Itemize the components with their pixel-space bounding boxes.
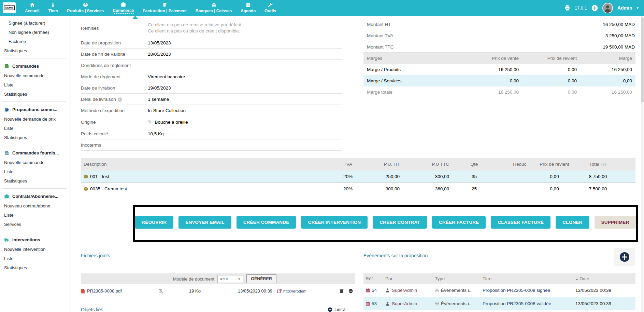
generate-button[interactable]: GÉNÉRER [246,274,276,283]
sidebar-item-signee[interactable]: Signée (à facturer) [0,18,70,28]
nav-item-produits-services[interactable]: Produits | Services [62,0,108,16]
product-lines-table: Description TVA P.U. HT P.U TTC Qté Rédu… [81,158,635,195]
sidebar-item[interactable]: Nouvelle demande de prix [0,114,70,124]
create-contract-button[interactable]: CRÉER CONTRAT [373,216,427,229]
event-title-link[interactable]: Proposition PR2305-0008 signée [483,288,550,293]
edit-pencil-icon[interactable]: ✎ [148,119,152,125]
divider [2,58,66,58]
avatar[interactable] [602,3,613,13]
sidebar-item-facturee[interactable]: Facturée [0,37,70,46]
event-ref-link[interactable]: 53 [372,301,377,306]
field-label: Mode de règlement [81,74,120,79]
gear-icon [435,288,439,293]
app-logo[interactable]: DEMO [3,2,16,13]
print-icon[interactable] [564,5,570,11]
sidebar-section-propositions[interactable]: Propositions comm... [0,105,70,114]
total-value: 3 250,00 MAD [605,33,635,38]
nav-item-banques[interactable]: Banques | Caisses [191,0,236,16]
event-ref-link[interactable]: 54 [372,288,377,293]
sidebar-item[interactable]: Statistiques [0,176,70,186]
marge-label: Marge totale [363,86,445,98]
doc-model-select[interactable]: azur ▼ [217,275,243,283]
events-header-date[interactable]: ▲Date [573,273,621,284]
detail-row-methode-expedition: Méthode d'expédition In-Store Collection [81,105,342,116]
add-event-button[interactable] [614,248,635,266]
events-header-ref[interactable]: Réf. [363,273,383,284]
sidebar-item[interactable]: Liste [0,167,70,176]
preview-zoom-icon[interactable] [158,289,163,294]
events-header-titre[interactable]: Titre [481,273,573,284]
sidebar-item[interactable]: Statistiques [0,90,70,99]
event-type: Événements i... [441,301,473,306]
total-ttc-row: Montant TTC 19 500,00 MAD [363,41,635,53]
marge-value: 0,00 [522,64,580,75]
event-title-link[interactable]: Proposition PR2305-0008 validée [483,301,551,306]
detail-row-fin-validite: Date de fin de validité 28/05/2023 [81,49,342,60]
delete-button[interactable]: SUPPRIMER [595,216,636,229]
nav-item-agenda[interactable]: Agenda [236,0,260,16]
sidebar-item[interactable]: Nouvelle intervention [0,245,70,254]
sidebar-item[interactable]: Services [0,220,70,229]
files-section-title[interactable]: Fichiers joints [81,253,355,258]
nav-item-tiers[interactable]: Tiers [44,0,62,16]
file-name-link[interactable]: PR2305-0008.pdf [87,288,122,294]
marge-value: 0,00 [522,86,580,98]
create-invoice-button[interactable]: CRÉER FACTURE [432,216,486,229]
nav-label: Banques | Caisses [196,9,232,13]
lines-header-puht: P.U. HT [362,158,409,171]
create-intervention-button[interactable]: CRÉER INTERVENTION [301,216,368,229]
vertical-scrollbar[interactable] [641,16,644,312]
create-order-button[interactable]: CRÉER COMMANDE [237,216,296,229]
events-section-title[interactable]: Événements sur la proposition [363,253,635,258]
sidebar-item[interactable]: Liste [0,124,70,133]
sidebar-item[interactable]: Liste [0,80,70,90]
sidebar-section-contrats[interactable]: Contrats/Abonneme... [0,191,70,201]
event-user-link[interactable]: SuperAdmin [392,288,417,293]
sidebar-item[interactable]: Statistiques [0,263,70,272]
marges-header: Prix de revient [522,53,580,64]
nav-item-facturation[interactable]: Facturation | Paiement [138,0,191,16]
link-to-button[interactable]: Lier à [328,307,346,312]
total-label: Montant TVA [367,33,393,38]
reopen-button[interactable]: RÉOUVRIR [135,216,173,229]
user-menu[interactable]: Admin [617,5,632,11]
sidebar-item[interactable]: Nouvelle commande [0,158,70,167]
print-file-icon[interactable] [348,288,353,294]
line-cell: 250,00 [362,171,409,183]
nav-label: Tiers [48,9,58,13]
file-share-url[interactable]: http://erpdem [283,289,306,293]
linked-objects-title[interactable]: Objets liés [81,307,103,312]
events-header-par[interactable]: Par [383,273,433,284]
marge-value: 16 250,00 [580,86,635,98]
add-circle-icon[interactable] [591,5,598,11]
chevron-down-icon[interactable]: ▾ [636,6,639,10]
trash-icon[interactable] [339,288,344,294]
sidebar-section-commandes-fournisseurs[interactable]: Commandes fournis... [0,148,70,158]
sidebar-item-statistiques[interactable]: Statistiques [0,46,70,55]
sidebar-item[interactable]: Nouveau contrat/abonn. [0,201,70,211]
line-description-link[interactable]: 0035 - Crema test [90,186,127,191]
remise-note-1: Ce client n'a pas de remise relative par… [148,22,342,28]
nav-item-outils[interactable]: Outils [260,0,281,16]
sidebar-item[interactable]: Statistiques [0,133,70,142]
sidebar-item[interactable]: Liste [0,211,70,220]
events-header-type[interactable]: Type [433,273,481,284]
file-date: 13/05/2023 00:39 [201,288,272,294]
sidebar-section-interventions[interactable]: Interventions [0,235,70,245]
info-icon[interactable]: i [118,97,122,102]
sidebar-item[interactable]: Liste [0,254,70,263]
line-description-link[interactable]: 001 - test [90,174,109,179]
event-user-link[interactable]: SuperAdmin [392,301,417,306]
sidebar-item[interactable]: Nouvelle commande [0,71,70,80]
scrollbar-thumb[interactable] [641,17,644,103]
nav-item-commerce[interactable]: Commerce [108,0,138,16]
external-link-icon[interactable] [277,289,282,293]
send-email-button[interactable]: ENVOYER EMAIL [178,216,231,229]
line-cell [490,171,536,183]
classify-billed-button[interactable]: CLASSER FACTURÉ [491,216,550,229]
clone-button[interactable]: CLONER [556,216,589,229]
sidebar-section-commandes[interactable]: Commandes [0,61,70,71]
sidebar-item-non-signee[interactable]: Non signée (fermée) [0,28,70,37]
event-date: 13/05/2023 00:39 [573,297,621,310]
nav-item-accueil[interactable]: Accueil [20,0,44,16]
